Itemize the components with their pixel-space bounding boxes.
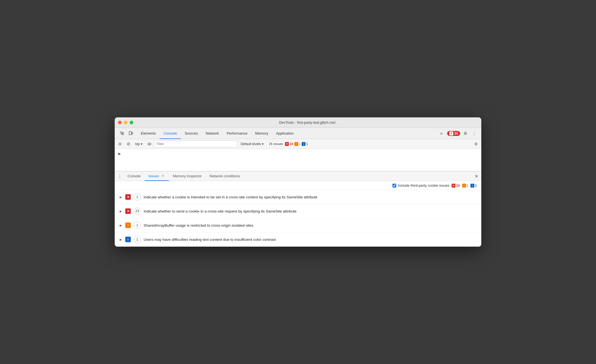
svg-point-3 xyxy=(149,143,150,145)
issues-warning-icon: ! xyxy=(462,184,466,188)
issue-type-badge-info: i xyxy=(125,237,131,242)
device-toolbar-icon[interactable] xyxy=(127,130,135,137)
bottom-tab-spacer xyxy=(244,171,472,181)
error-count-badge[interactable]: ✕ 24 xyxy=(447,131,460,136)
issue-count-bubble: 1 xyxy=(134,236,141,243)
error-icon: ✕ xyxy=(285,142,289,146)
more-options-icon[interactable]: ⋮ xyxy=(470,130,478,137)
tab-sources[interactable]: Sources xyxy=(181,128,202,139)
chevron-down-icon: ▾ xyxy=(141,142,142,146)
issue-row[interactable]: ▶ ✕ 23 Indicate whether to send a cookie… xyxy=(115,204,481,218)
issues-error-icon: ✕ xyxy=(452,184,455,188)
issue-expand-icon[interactable]: ▶ xyxy=(119,224,122,227)
tab-left-icons xyxy=(116,128,137,139)
context-selector[interactable]: top ▾ xyxy=(133,141,145,146)
issue-expand-icon[interactable]: ▶ xyxy=(119,195,122,199)
svg-point-2 xyxy=(148,143,151,145)
issue-count-bubble: 23 xyxy=(134,208,141,215)
issue-text: Indicate whether a cookie is intended to… xyxy=(144,195,477,199)
console-content: ▶ xyxy=(115,149,481,171)
issues-list: ▶ ✕ 1 Indicate whether a cookie is inten… xyxy=(115,190,481,247)
issues-toolbar: Include third-party cookie issues ✕ 24 !… xyxy=(115,181,481,190)
issue-type-badge-error: ✕ xyxy=(125,208,131,214)
third-party-checkbox-label[interactable]: Include third-party cookie issues xyxy=(392,183,450,188)
more-tabs-button[interactable]: » xyxy=(438,128,445,139)
issue-text: SharedArrayBuffer usage is restricted to… xyxy=(144,223,477,228)
tab-spacer xyxy=(297,128,438,139)
devtools-window: DevTools - first-party-test.glitch.me/ E… xyxy=(115,117,481,247)
warning-badge: ! 1 xyxy=(294,142,301,146)
bottom-tab-issues[interactable]: Issues ✕ xyxy=(145,171,169,181)
close-button[interactable] xyxy=(118,121,122,124)
window-title: DevTools - first-party-test.glitch.me/ xyxy=(137,120,478,125)
tab-application[interactable]: Application xyxy=(272,128,298,139)
default-levels-button[interactable]: Default levels ▾ xyxy=(239,141,266,146)
svg-rect-1 xyxy=(132,132,133,134)
chevron-down-icon: ▾ xyxy=(262,142,264,146)
clear-console-button[interactable] xyxy=(116,140,124,148)
eye-icon[interactable] xyxy=(146,140,153,148)
issues-badge-container[interactable]: 26 Issues: ✕ 24 ! 1 i 1 xyxy=(267,141,310,147)
console-settings-gear[interactable]: ⚙ xyxy=(472,140,480,148)
tab-right-icons: ✕ 24 ⚙ ⋮ xyxy=(445,128,480,139)
error-badge: ✕ 24 xyxy=(285,142,293,146)
error-badge-icon: ✕ xyxy=(449,132,453,135)
filter-input[interactable] xyxy=(154,141,237,147)
close-panel-button[interactable]: ✕ xyxy=(472,171,480,181)
console-expand-chevron[interactable]: ▶ xyxy=(117,151,122,156)
tab-elements[interactable]: Elements xyxy=(137,128,160,139)
warning-icon: ! xyxy=(294,142,298,146)
block-icon[interactable]: ⊘ xyxy=(125,140,132,148)
issue-text: Users may have difficulties reading text… xyxy=(144,237,477,242)
info-badge: i 1 xyxy=(302,142,308,146)
svg-rect-0 xyxy=(129,132,131,135)
issues-info-icon: i xyxy=(470,184,474,188)
issue-expand-icon[interactable]: ▶ xyxy=(119,238,122,241)
issue-row[interactable]: ▶ ✕ 1 Indicate whether a cookie is inten… xyxy=(115,190,481,204)
inspector-icon[interactable] xyxy=(118,130,126,137)
info-icon: i xyxy=(302,142,305,146)
issue-count-bubble: 1 xyxy=(134,193,141,201)
issues-error-badge: ✕ 24 xyxy=(452,184,460,188)
settings-icon[interactable]: ⚙ xyxy=(461,130,469,137)
issue-row[interactable]: ▶ ! 1 SharedArrayBuffer usage is restric… xyxy=(115,218,481,232)
issues-warning-badge: ! 1 xyxy=(462,184,469,188)
issue-type-badge-warning: ! xyxy=(125,223,131,228)
bottom-tab-memory-inspector[interactable]: Memory Inspector xyxy=(169,171,206,181)
titlebar: DevTools - first-party-test.glitch.me/ xyxy=(115,117,481,128)
issue-row[interactable]: ▶ i 1 Users may have difficulties readin… xyxy=(115,232,481,247)
issue-text: Indicate whether to send a cookie in a c… xyxy=(144,209,477,213)
bottom-tab-network-conditions[interactable]: Network conditions xyxy=(206,171,244,181)
minimize-button[interactable] xyxy=(124,121,127,124)
tab-memory[interactable]: Memory xyxy=(251,128,272,139)
bottom-panel: ⋮ Console Issues ✕ Memory Inspector Netw… xyxy=(115,171,481,247)
tab-network[interactable]: Network xyxy=(202,128,223,139)
issue-count-bubble: 1 xyxy=(134,222,141,229)
maximize-button[interactable] xyxy=(130,121,133,124)
tab-console[interactable]: Console xyxy=(160,128,181,139)
bottom-tabs-bar: ⋮ Console Issues ✕ Memory Inspector Netw… xyxy=(115,171,481,181)
tab-performance[interactable]: Performance xyxy=(223,128,251,139)
devtools-main-tabbar: Elements Console Sources Network Perform… xyxy=(115,128,481,139)
bottom-tabs-menu[interactable]: ⋮ xyxy=(116,171,124,181)
issue-type-badge-error: ✕ xyxy=(125,194,131,200)
issues-badge-group: ✕ 24 ! 1 i 1 xyxy=(452,184,477,188)
third-party-checkbox[interactable] xyxy=(392,184,396,188)
bottom-tab-console[interactable]: Console xyxy=(124,171,145,181)
issues-info-badge: i 1 xyxy=(470,184,477,188)
issue-expand-icon[interactable]: ▶ xyxy=(119,209,122,213)
console-toolbar: ⊘ top ▾ Default levels ▾ 26 Issues: ✕ 24… xyxy=(115,139,481,149)
traffic-lights xyxy=(118,121,133,124)
issues-tab-close[interactable]: ✕ xyxy=(161,174,165,178)
